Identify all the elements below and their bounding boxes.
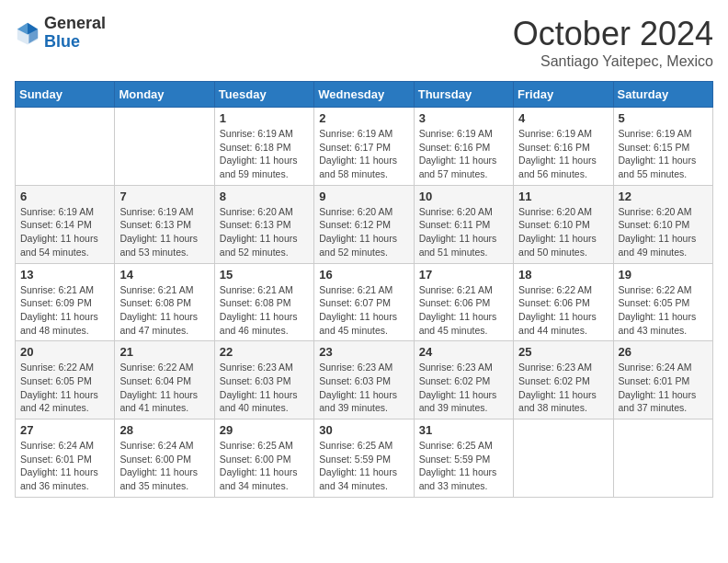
calendar-week-3: 13Sunrise: 6:21 AM Sunset: 6:09 PM Dayli… — [16, 263, 713, 341]
day-info: Sunrise: 6:19 AM Sunset: 6:15 PM Dayligh… — [619, 127, 708, 181]
calendar-cell — [16, 108, 115, 186]
day-number: 28 — [119, 423, 209, 437]
day-number: 9 — [319, 190, 408, 203]
day-number: 4 — [518, 111, 608, 125]
day-info: Sunrise: 6:21 AM Sunset: 6:08 PM Dayligh… — [119, 283, 209, 338]
day-info: Sunrise: 6:22 AM Sunset: 6:04 PM Dayligh… — [119, 361, 209, 415]
day-info: Sunrise: 6:21 AM Sunset: 6:06 PM Dayligh… — [419, 283, 508, 338]
calendar-cell: 16Sunrise: 6:21 AM Sunset: 6:07 PM Dayli… — [314, 263, 414, 341]
calendar-cell: 18Sunrise: 6:22 AM Sunset: 6:06 PM Dayli… — [514, 263, 613, 341]
day-info: Sunrise: 6:24 AM Sunset: 6:01 PM Dayligh… — [619, 361, 708, 415]
day-info: Sunrise: 6:22 AM Sunset: 6:05 PM Dayligh… — [619, 283, 708, 338]
calendar-cell — [115, 108, 214, 186]
day-number: 29 — [220, 423, 309, 437]
calendar-cell: 2Sunrise: 6:19 AM Sunset: 6:17 PM Daylig… — [314, 108, 414, 186]
location-title: Santiago Yaitepec, Mexico — [513, 53, 713, 70]
calendar-cell: 17Sunrise: 6:21 AM Sunset: 6:06 PM Dayli… — [414, 263, 513, 341]
calendar-cell: 8Sunrise: 6:20 AM Sunset: 6:13 PM Daylig… — [214, 185, 313, 263]
calendar-cell: 28Sunrise: 6:24 AM Sunset: 6:00 PM Dayli… — [115, 419, 214, 498]
day-number: 25 — [518, 345, 608, 359]
day-number: 20 — [20, 345, 109, 359]
weekday-header-friday: Friday — [514, 82, 613, 108]
day-number: 30 — [319, 423, 408, 437]
day-number: 8 — [220, 190, 309, 203]
calendar-cell: 5Sunrise: 6:19 AM Sunset: 6:15 PM Daylig… — [613, 108, 712, 186]
day-info: Sunrise: 6:22 AM Sunset: 6:05 PM Dayligh… — [20, 361, 109, 415]
day-number: 18 — [518, 268, 608, 282]
logo-text: General Blue — [44, 15, 106, 52]
weekday-header-tuesday: Tuesday — [214, 82, 313, 108]
day-info: Sunrise: 6:23 AM Sunset: 6:02 PM Dayligh… — [518, 361, 608, 415]
day-info: Sunrise: 6:19 AM Sunset: 6:17 PM Dayligh… — [319, 127, 408, 181]
calendar-week-5: 27Sunrise: 6:24 AM Sunset: 6:01 PM Dayli… — [16, 419, 713, 498]
calendar-cell: 14Sunrise: 6:21 AM Sunset: 6:08 PM Dayli… — [115, 263, 214, 341]
day-info: Sunrise: 6:19 AM Sunset: 6:18 PM Dayligh… — [220, 127, 309, 181]
day-info: Sunrise: 6:21 AM Sunset: 6:07 PM Dayligh… — [319, 283, 408, 338]
day-number: 6 — [20, 190, 109, 203]
day-info: Sunrise: 6:20 AM Sunset: 6:11 PM Dayligh… — [419, 205, 508, 259]
day-info: Sunrise: 6:20 AM Sunset: 6:10 PM Dayligh… — [518, 205, 608, 259]
day-number: 1 — [220, 111, 309, 125]
day-info: Sunrise: 6:25 AM Sunset: 6:00 PM Dayligh… — [220, 439, 309, 493]
calendar-cell: 11Sunrise: 6:20 AM Sunset: 6:10 PM Dayli… — [514, 185, 613, 263]
day-info: Sunrise: 6:22 AM Sunset: 6:06 PM Dayligh… — [518, 283, 608, 338]
page-header: General Blue October 2024 Santiago Yaite… — [15, 15, 713, 70]
calendar-cell: 9Sunrise: 6:20 AM Sunset: 6:12 PM Daylig… — [314, 185, 414, 263]
calendar-cell: 10Sunrise: 6:20 AM Sunset: 6:11 PM Dayli… — [414, 185, 513, 263]
weekday-header-thursday: Thursday — [414, 82, 513, 108]
day-info: Sunrise: 6:20 AM Sunset: 6:10 PM Dayligh… — [619, 205, 708, 259]
weekday-header-monday: Monday — [115, 82, 214, 108]
day-number: 14 — [119, 268, 209, 282]
calendar-cell: 6Sunrise: 6:19 AM Sunset: 6:14 PM Daylig… — [16, 185, 115, 263]
day-number: 10 — [419, 190, 508, 203]
day-number: 13 — [20, 268, 109, 282]
weekday-row: SundayMondayTuesdayWednesdayThursdayFrid… — [16, 82, 713, 108]
calendar-cell: 30Sunrise: 6:25 AM Sunset: 5:59 PM Dayli… — [314, 419, 414, 498]
calendar-cell: 13Sunrise: 6:21 AM Sunset: 6:09 PM Dayli… — [16, 263, 115, 341]
calendar-cell — [613, 419, 712, 498]
day-number: 31 — [419, 423, 508, 437]
calendar-cell: 1Sunrise: 6:19 AM Sunset: 6:18 PM Daylig… — [214, 108, 313, 186]
day-info: Sunrise: 6:24 AM Sunset: 6:01 PM Dayligh… — [20, 439, 109, 493]
day-info: Sunrise: 6:25 AM Sunset: 5:59 PM Dayligh… — [419, 439, 508, 493]
day-number: 22 — [220, 345, 309, 359]
logo-icon — [15, 20, 40, 46]
day-info: Sunrise: 6:23 AM Sunset: 6:03 PM Dayligh… — [319, 361, 408, 415]
day-info: Sunrise: 6:19 AM Sunset: 6:14 PM Dayligh… — [20, 205, 109, 259]
calendar-cell: 7Sunrise: 6:19 AM Sunset: 6:13 PM Daylig… — [115, 185, 214, 263]
calendar-week-4: 20Sunrise: 6:22 AM Sunset: 6:05 PM Dayli… — [16, 341, 713, 419]
day-number: 26 — [619, 345, 708, 359]
calendar-body: 1Sunrise: 6:19 AM Sunset: 6:18 PM Daylig… — [16, 108, 713, 498]
calendar-cell — [514, 419, 613, 498]
day-number: 19 — [619, 268, 708, 282]
calendar-cell: 24Sunrise: 6:23 AM Sunset: 6:02 PM Dayli… — [414, 341, 513, 419]
day-info: Sunrise: 6:25 AM Sunset: 5:59 PM Dayligh… — [319, 439, 408, 493]
calendar-cell: 26Sunrise: 6:24 AM Sunset: 6:01 PM Dayli… — [613, 341, 712, 419]
day-number: 23 — [319, 345, 408, 359]
day-number: 2 — [319, 111, 408, 125]
calendar-week-2: 6Sunrise: 6:19 AM Sunset: 6:14 PM Daylig… — [16, 185, 713, 263]
logo-general-text: General — [44, 15, 106, 33]
day-info: Sunrise: 6:23 AM Sunset: 6:03 PM Dayligh… — [220, 361, 309, 415]
day-number: 12 — [619, 190, 708, 203]
logo-blue-text: Blue — [44, 33, 106, 52]
calendar-cell: 20Sunrise: 6:22 AM Sunset: 6:05 PM Dayli… — [16, 341, 115, 419]
calendar-cell: 31Sunrise: 6:25 AM Sunset: 5:59 PM Dayli… — [414, 419, 513, 498]
day-info: Sunrise: 6:20 AM Sunset: 6:13 PM Dayligh… — [220, 205, 309, 259]
calendar-cell: 29Sunrise: 6:25 AM Sunset: 6:00 PM Dayli… — [214, 419, 313, 498]
title-block: October 2024 Santiago Yaitepec, Mexico — [513, 15, 713, 70]
day-number: 27 — [20, 423, 109, 437]
day-number: 15 — [220, 268, 309, 282]
day-number: 7 — [119, 190, 209, 203]
day-info: Sunrise: 6:24 AM Sunset: 6:00 PM Dayligh… — [119, 439, 209, 493]
day-info: Sunrise: 6:21 AM Sunset: 6:08 PM Dayligh… — [220, 283, 309, 338]
calendar-cell: 27Sunrise: 6:24 AM Sunset: 6:01 PM Dayli… — [16, 419, 115, 498]
calendar-cell: 12Sunrise: 6:20 AM Sunset: 6:10 PM Dayli… — [613, 185, 712, 263]
month-title: October 2024 — [513, 15, 713, 53]
calendar-cell: 4Sunrise: 6:19 AM Sunset: 6:16 PM Daylig… — [514, 108, 613, 186]
day-info: Sunrise: 6:20 AM Sunset: 6:12 PM Dayligh… — [319, 205, 408, 259]
day-number: 21 — [119, 345, 209, 359]
logo: General Blue — [15, 15, 106, 52]
day-info: Sunrise: 6:23 AM Sunset: 6:02 PM Dayligh… — [419, 361, 508, 415]
weekday-header-sunday: Sunday — [16, 82, 115, 108]
